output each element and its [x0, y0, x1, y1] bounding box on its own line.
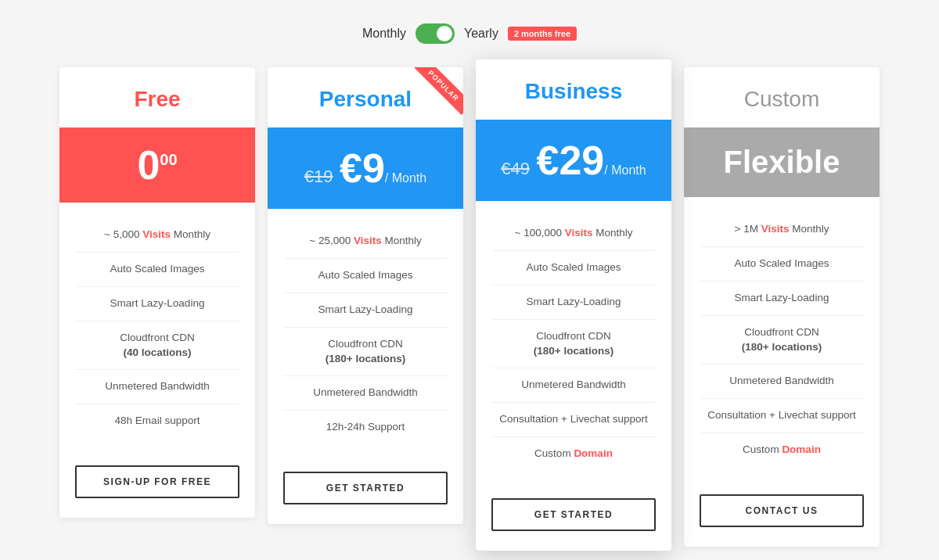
- price-period: / Month: [385, 171, 426, 185]
- features-list-business: ~ 100,000 Visits MonthlyAuto Scaled Imag…: [476, 201, 671, 483]
- price-old: €49: [501, 159, 530, 178]
- feature-item: Cloudfront CDN(180+ locations): [491, 320, 656, 369]
- feature-item: 48h Email support: [75, 404, 239, 438]
- price-old: €19: [304, 167, 333, 186]
- feature-item: Auto Scaled Images: [283, 259, 448, 293]
- plan-title-business: Business: [476, 59, 671, 120]
- cta-button-personal[interactable]: GET STARTED: [283, 472, 448, 504]
- plan-card-custom: Custom Flexible > 1M Visits MonthlyAuto …: [684, 67, 880, 547]
- feature-item: Unmetered Bandwidth: [491, 368, 656, 403]
- feature-item: 12h-24h Support: [283, 411, 448, 444]
- feature-item: Auto Scaled Images: [491, 251, 656, 285]
- feature-item: Unmetered Bandwidth: [75, 370, 239, 404]
- feature-item: Auto Scaled Images: [700, 247, 864, 282]
- cta-area-custom: CONTACT US: [684, 479, 880, 547]
- feature-item: Smart Lazy-Loading: [283, 293, 448, 328]
- cta-button-custom[interactable]: CONTACT US: [700, 494, 864, 527]
- cta-area-personal: GET STARTED: [268, 456, 463, 524]
- billing-toggle: Monthly Yearly 2 months free: [362, 23, 577, 44]
- price-box-business: €49 €29/ Month: [476, 120, 671, 201]
- price-flexible: Flexible: [724, 145, 840, 179]
- feature-item: Cloudfront CDN(180+ locations): [700, 316, 864, 365]
- feature-item: > 1M Visits Monthly: [700, 213, 864, 247]
- plan-title-custom: Custom: [684, 67, 880, 127]
- feature-item: Smart Lazy-Loading: [700, 282, 864, 316]
- plans-container: Free 000 ~ 5,000 Visits MonthlyAuto Scal…: [39, 67, 900, 551]
- plan-card-free: Free 000 ~ 5,000 Visits MonthlyAuto Scal…: [59, 67, 255, 518]
- price-new: €29: [537, 138, 605, 183]
- popular-ribbon: POPULAR: [412, 67, 463, 115]
- popular-ribbon-wrapper: POPULAR: [408, 67, 463, 122]
- price-value: 000: [137, 142, 177, 188]
- features-list-personal: ~ 25,000 Visits MonthlyAuto Scaled Image…: [268, 209, 463, 456]
- cta-button-business[interactable]: GET STARTED: [491, 498, 656, 531]
- feature-item: Cloudfront CDN(40 locations): [75, 321, 239, 371]
- features-list-free: ~ 5,000 Visits MonthlyAuto Scaled Images…: [59, 203, 255, 450]
- feature-item: Consultation + Livechat support: [700, 399, 864, 433]
- feature-item: Consultation + Livechat support: [491, 403, 656, 437]
- toggle-switch[interactable]: [416, 23, 455, 44]
- yearly-label: Yearly: [464, 27, 498, 41]
- feature-item: Auto Scaled Images: [75, 253, 239, 287]
- cta-area-business: GET STARTED: [476, 483, 671, 551]
- feature-item: Unmetered Bandwidth: [283, 376, 448, 411]
- price-box-custom: Flexible: [684, 127, 880, 197]
- feature-item: Cloudfront CDN(180+ locations): [283, 328, 448, 377]
- feature-item: ~ 100,000 Visits Monthly: [491, 217, 656, 251]
- cta-area-free: SIGN-UP FOR FREE: [59, 450, 255, 518]
- price-box-personal: €19 €9/ Month: [268, 127, 463, 209]
- yearly-badge: 2 months free: [508, 27, 577, 41]
- price-new: €9: [340, 145, 385, 191]
- feature-item: ~ 5,000 Visits Monthly: [75, 218, 239, 253]
- feature-item: Unmetered Bandwidth: [700, 364, 864, 399]
- feature-item: ~ 25,000 Visits Monthly: [283, 224, 448, 259]
- price-box-free: 000: [59, 127, 255, 203]
- monthly-label: Monthly: [362, 27, 406, 41]
- feature-item: Smart Lazy-Loading: [75, 287, 239, 321]
- cta-button-free[interactable]: SIGN-UP FOR FREE: [75, 465, 239, 498]
- features-list-custom: > 1M Visits MonthlyAuto Scaled ImagesSma…: [684, 197, 880, 479]
- feature-item: Smart Lazy-Loading: [491, 285, 656, 320]
- feature-item: Custom Domain: [491, 437, 656, 471]
- price-period: / Month: [604, 163, 646, 177]
- plan-card-personal: POPULAR Personal €19 €9/ Month ~ 25,000 …: [268, 67, 463, 524]
- plan-card-business: Business €49 €29/ Month ~ 100,000 Visits…: [476, 59, 671, 551]
- plan-title-free: Free: [59, 67, 255, 127]
- feature-item: Custom Domain: [700, 433, 864, 467]
